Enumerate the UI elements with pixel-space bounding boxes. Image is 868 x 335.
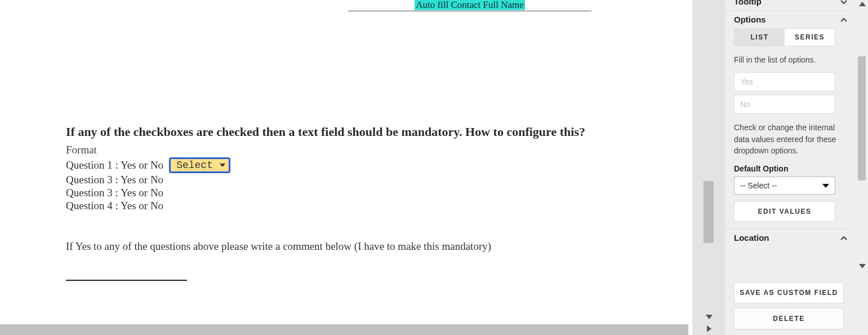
comment-text-field[interactable]	[66, 280, 187, 281]
mandatory-prompt: If Yes to any of the questions above ple…	[66, 240, 629, 253]
default-option-select[interactable]: -- Select --	[734, 177, 835, 195]
list-tab[interactable]: LIST	[735, 29, 785, 46]
question-row: Question 1 : Yes or No Select	[66, 157, 629, 173]
default-option-value: -- Select --	[740, 181, 777, 190]
options-mode-segmented: LIST SERIES	[734, 28, 835, 46]
chevron-up-icon	[840, 16, 848, 24]
options-section-title: Options	[734, 15, 766, 24]
option-input-2[interactable]	[734, 95, 835, 114]
question-3-label: Question 3 : Yes or No	[66, 187, 163, 199]
question-4-label: Question 4 : Yes or No	[66, 200, 163, 212]
scroll-right-icon[interactable]	[707, 325, 711, 332]
scroll-up-icon[interactable]	[859, 2, 866, 6]
chevron-down-icon	[822, 184, 829, 188]
horizontal-scrollbar-track[interactable]	[0, 324, 688, 335]
scroll-down-icon[interactable]	[706, 315, 713, 319]
question-2-label: Question 3 : Yes or No	[66, 174, 163, 186]
delete-button[interactable]: DELETE	[734, 308, 844, 329]
chevron-down-icon	[220, 164, 225, 167]
question-1-label: Question 1 : Yes or No	[66, 159, 163, 171]
panel-scrollbar[interactable]	[857, 0, 868, 335]
series-tab[interactable]: SERIES	[785, 29, 835, 46]
chevron-down-icon	[840, 0, 848, 6]
save-as-custom-field-button[interactable]: SAVE AS CUSTOM FIELD	[734, 282, 844, 303]
tooltip-section-title: Tooltip	[734, 0, 762, 6]
options-section-header[interactable]: Options	[725, 10, 851, 28]
edit-values-button[interactable]: EDIT VALUES	[734, 201, 835, 222]
location-section-title: Location	[734, 233, 769, 243]
panel-scrollbar-thumb[interactable]	[858, 56, 866, 180]
default-option-label: Default Option	[734, 164, 842, 173]
question-row: Question 4 : Yes or No	[66, 200, 629, 212]
question-1-dropdown[interactable]: Select	[169, 157, 230, 173]
scroll-down-icon[interactable]	[859, 264, 866, 268]
fill-options-hint: Fill in the list of options.	[734, 54, 842, 65]
values-hint: Check or change the internal data values…	[734, 122, 842, 156]
format-label: Format	[66, 144, 629, 156]
tooltip-section-header[interactable]: Tooltip	[725, 0, 851, 10]
chevron-up-icon	[840, 234, 848, 242]
canvas-gutter	[692, 0, 725, 335]
autofill-placeholder: Auto fill Contact Full Name	[415, 0, 525, 10]
autofill-field[interactable]: Auto fill Contact Full Name	[348, 0, 591, 11]
location-section-header[interactable]: Location	[725, 228, 851, 246]
form-heading: If any of the checkboxes are checked the…	[66, 124, 629, 140]
dropdown-label: Select	[176, 160, 213, 171]
option-input-1[interactable]	[734, 72, 835, 91]
question-row: Question 3 : Yes or No	[66, 174, 629, 186]
properties-panel: Tooltip Options LIST SERIES Fill in the …	[725, 0, 868, 335]
canvas-scrollbar-thumb[interactable]	[704, 181, 714, 243]
question-row: Question 3 : Yes or No	[66, 187, 629, 199]
